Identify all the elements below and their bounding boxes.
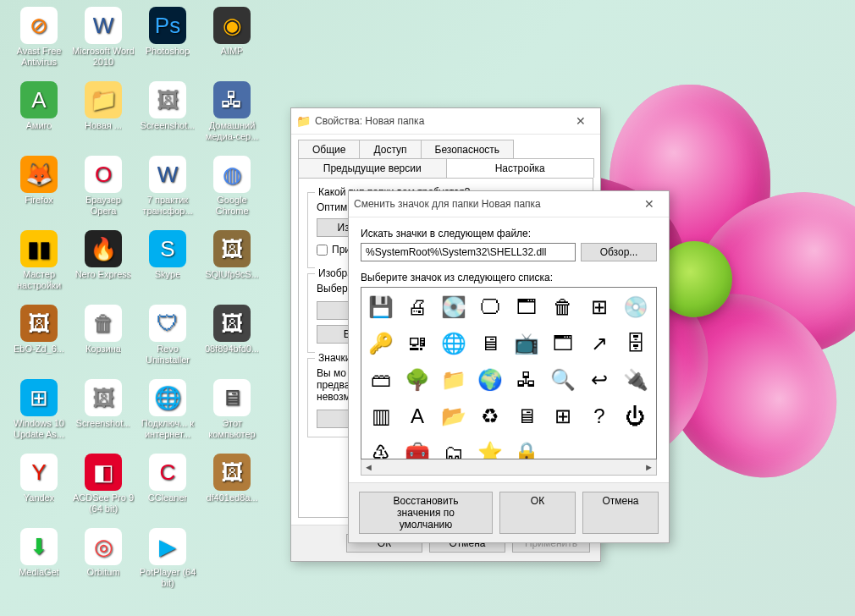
app-icon: ◎ xyxy=(85,528,122,565)
desktop-icon[interactable]: 🖼Screenshot... xyxy=(71,379,135,454)
app-icon: C xyxy=(149,454,186,491)
changeicon-title: Сменить значок для папки Новая папка xyxy=(354,198,635,210)
desktop-icon[interactable]: ⬇MediaGet xyxy=(7,528,71,602)
shell-icon[interactable]: 🗂 xyxy=(439,438,468,459)
shell-icon[interactable]: ⊞ xyxy=(549,402,577,431)
desktop-icon[interactable]: 🗑Корзина xyxy=(71,305,135,379)
shell-icon[interactable]: 🗃 xyxy=(367,366,395,394)
icon-list-scrollbar[interactable]: ◄► xyxy=(361,459,657,476)
desktop-icon-label: Подключ... к интернет... xyxy=(136,418,199,440)
shell-icon[interactable]: ⏻ xyxy=(621,402,650,431)
shell-icon[interactable]: A xyxy=(403,402,432,431)
shell-icon[interactable]: 🖨 xyxy=(403,293,432,322)
shell-icon[interactable]: ↗ xyxy=(585,329,614,358)
desktop-icon-label: Домашний медиа-сер... xyxy=(201,120,263,142)
desktop-icon[interactable]: 🦊Firefox xyxy=(7,156,71,230)
shell-icon[interactable]: 📺 xyxy=(512,329,541,358)
shell-icon[interactable]: 💾 xyxy=(367,293,395,322)
app-icon: Y xyxy=(20,454,58,491)
desktop-icon[interactable]: W7 практик трансфор... xyxy=(135,156,200,230)
shell-icon[interactable]: 📂 xyxy=(439,402,468,431)
shell-icon[interactable]: 🔑 xyxy=(367,329,395,358)
close-icon[interactable]: ✕ xyxy=(566,112,595,130)
desktop-icon-label: Новая ... xyxy=(85,120,122,131)
shell-icon[interactable]: ♳ xyxy=(367,438,395,459)
shell-icon[interactable]: 🖥 xyxy=(512,402,541,431)
desktop-icon[interactable]: ▶PotPlayer (64 bit) xyxy=(135,528,200,602)
desktop-icon[interactable]: 📁Новая ... xyxy=(71,81,135,156)
desktop-icon[interactable]: SSkype xyxy=(135,230,200,305)
shell-icon[interactable]: ↩ xyxy=(585,366,614,394)
cancel-button[interactable]: Отмена xyxy=(582,492,659,534)
shell-icon[interactable]: 🖵 xyxy=(476,293,505,322)
shell-icon[interactable]: 🗔 xyxy=(549,329,577,358)
icon-path-input[interactable] xyxy=(361,243,576,261)
tab-prevversions[interactable]: Предыдущие версии xyxy=(298,158,447,178)
apply-subfolders-input[interactable] xyxy=(317,245,328,256)
desktop-icon[interactable]: AАмиго xyxy=(7,81,71,156)
change-icon-dialog: Сменить значок для папки Новая папка ✕ И… xyxy=(348,190,670,543)
shell-icon[interactable]: 🌍 xyxy=(476,366,505,394)
desktop-icon-label: PotPlayer (64 bit) xyxy=(136,567,199,589)
shell-icon[interactable]: 🧰 xyxy=(403,438,432,459)
desktop-icon[interactable]: ▮▮Мастер настройки xyxy=(7,230,71,305)
desktop-icon[interactable]: ◉AIMP xyxy=(200,7,264,81)
desktop-icon[interactable]: ◧ACDSee Pro 9 (64 bit) xyxy=(71,454,135,528)
desktop-icon[interactable]: 🖼EbO-Zd_6... xyxy=(7,305,71,379)
shell-icon[interactable]: 🔍 xyxy=(549,366,577,394)
desktop-icon[interactable]: PsPhotoshop xyxy=(135,7,200,81)
shell-icon[interactable]: 🗑 xyxy=(549,293,577,322)
shell-icon[interactable]: ? xyxy=(585,402,614,431)
properties-titlebar[interactable]: 📁 Свойства: Новая папка ✕ xyxy=(291,108,600,135)
shell-icon[interactable]: ⊞ xyxy=(585,293,614,322)
browse-button[interactable]: Обзор... xyxy=(581,243,657,261)
shell-icon[interactable]: 🗄 xyxy=(621,329,650,358)
shell-icon[interactable]: ♻ xyxy=(476,402,505,431)
desktop-icon-label: Firefox xyxy=(25,195,53,206)
tab-security[interactable]: Безопасность xyxy=(421,140,515,159)
tab-customize[interactable]: Настройка xyxy=(446,158,595,178)
tab-access[interactable]: Доступ xyxy=(359,140,421,159)
desktop-icon[interactable]: 🖼SQlUfp9cS... xyxy=(200,230,264,305)
desktop-icon[interactable]: 🌐Подключ... к интернет... xyxy=(135,379,200,454)
desktop-icon[interactable]: 🖼08f894bfd0... xyxy=(200,305,264,379)
changeicon-titlebar[interactable]: Сменить значок для папки Новая папка ✕ xyxy=(349,191,669,217)
shell-icon[interactable]: ▥ xyxy=(367,402,395,431)
app-icon: 🦊 xyxy=(20,156,58,193)
shell-icon[interactable]: 📁 xyxy=(439,366,468,394)
shell-icon[interactable]: 🔒 xyxy=(512,438,541,459)
shell-icon[interactable]: 🌳 xyxy=(403,366,432,394)
desktop-icon[interactable]: 🖧Домашний медиа-сер... xyxy=(200,81,264,156)
shell-icon[interactable]: 🗔 xyxy=(512,293,541,322)
restore-defaults-button[interactable]: Восстановить значения по умолчанию xyxy=(359,492,493,534)
desktop-icon[interactable]: 🖥Этот компьютер xyxy=(200,379,264,454)
shell-icon[interactable]: ⭐ xyxy=(476,438,505,459)
close-icon[interactable]: ✕ xyxy=(635,195,664,213)
icon-list[interactable]: 💾🖨💽🖵🗔🗑⊞💿🔑🖳🌐🖥📺🗔↗🗄🗃🌳📁🌍🖧🔍↩🔌▥A📂♻🖥⊞?⏻♳🧰🗂⭐🔒 xyxy=(361,287,657,459)
shell-icon[interactable]: 🌐 xyxy=(439,329,468,358)
shell-icon[interactable]: 💽 xyxy=(439,293,468,322)
desktop-icon-label: Мастер настройки xyxy=(8,269,70,291)
desktop-icon[interactable]: CCCleaner xyxy=(135,454,200,528)
desktop-icon[interactable]: ◎Orbitum xyxy=(71,528,135,602)
desktop-icon[interactable]: 🖼Screenshot... xyxy=(135,81,200,156)
desktop-icon[interactable]: WMicrosoft Word 2010 xyxy=(71,7,135,81)
shell-icon[interactable]: 🖳 xyxy=(403,329,432,358)
shell-icon[interactable]: 💿 xyxy=(621,293,650,322)
desktop-icon[interactable]: 🔥Nero Express xyxy=(71,230,135,305)
desktop-icon[interactable]: ⊘Avast Free Antivirus xyxy=(7,7,71,81)
ok-button[interactable]: ОК xyxy=(499,492,576,534)
shell-icon[interactable]: 🖥 xyxy=(476,329,505,358)
desktop-icon[interactable]: 🛡Revo Uninstaller xyxy=(135,305,200,379)
desktop-icon-label: CCleaner xyxy=(148,492,187,503)
desktop-icon[interactable]: OБраузер Opera xyxy=(71,156,135,230)
desktop-icon[interactable]: ◍Google Chrome xyxy=(200,156,264,230)
shell-icon[interactable]: 🔌 xyxy=(621,366,650,394)
desktop-icon[interactable]: YYandex xyxy=(7,454,71,528)
desktop-icon-label: Orbitum xyxy=(86,567,119,578)
tab-general[interactable]: Общие xyxy=(298,140,360,159)
shell-icon[interactable]: 🖧 xyxy=(512,366,541,394)
desktop-icon[interactable]: 🖼df401ed8a... xyxy=(200,454,264,528)
desktop-icon[interactable]: ⊞Windows 10 Update As... xyxy=(7,379,71,454)
desktop-icon-label: Avast Free Antivirus xyxy=(8,46,70,68)
